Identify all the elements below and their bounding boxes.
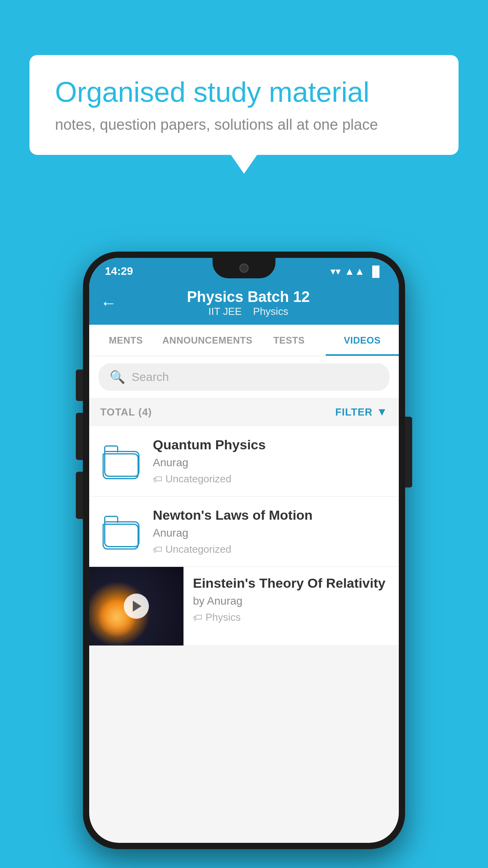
video-info-newton: Newton's Laws of Motion Anurag 🏷 Uncateg… — [153, 508, 388, 555]
filter-funnel-icon: ▼ — [376, 406, 388, 418]
toolbar-subtitle: IIT JEE Physics — [125, 305, 372, 318]
search-container: 🔍 Search — [89, 356, 399, 398]
phone-container: 14:29 ▾▾ ▲▲ ▐▌ ← Physics Batch 12 IIT JE… — [83, 252, 405, 849]
status-icons: ▾▾ ▲▲ ▐▌ — [330, 265, 383, 278]
video-info-einstein: Einstein's Theory Of Relativity by Anura… — [183, 567, 399, 632]
filter-button[interactable]: FILTER ▼ — [335, 406, 388, 418]
folder-thumbnail-quantum — [100, 440, 143, 483]
tag-label: Physics — [205, 611, 241, 623]
toolbar-tag1: IIT JEE — [208, 305, 242, 317]
volume-up-button — [76, 370, 83, 401]
toolbar-separator — [244, 305, 253, 317]
tag-icon: 🏷 — [153, 474, 162, 485]
list-item[interactable]: Newton's Laws of Motion Anurag 🏷 Uncateg… — [89, 497, 399, 567]
tag-label: Uncategorized — [165, 473, 231, 485]
tabs-bar: MENTS ANNOUNCEMENTS TESTS VIDEOS — [89, 325, 399, 356]
folder-front-icon — [103, 453, 139, 479]
toolbar-tag2: Physics — [253, 305, 288, 317]
toolbar: ← Physics Batch 12 IIT JEE Physics — [89, 281, 399, 325]
search-placeholder: Search — [132, 370, 378, 384]
list-item[interactable]: Quantum Physics Anurag 🏷 Uncategorized — [89, 426, 399, 497]
video-tag: 🏷 Physics — [193, 611, 389, 623]
bubble-subtitle: notes, question papers, solutions all at… — [55, 116, 433, 133]
tag-icon: 🏷 — [153, 544, 162, 555]
signal-icon: ▲▲ — [345, 265, 365, 278]
filter-row: TOTAL (4) FILTER ▼ — [89, 398, 399, 426]
video-tag: 🏷 Uncategorized — [153, 473, 388, 485]
volume-down-button — [76, 413, 83, 460]
video-title: Einstein's Theory Of Relativity — [193, 576, 389, 591]
wifi-icon: ▾▾ — [330, 265, 341, 278]
tag-icon: 🏷 — [193, 612, 202, 623]
notch — [213, 258, 275, 278]
tab-ments[interactable]: MENTS — [89, 325, 162, 356]
folder-thumbnail-newton — [100, 510, 143, 553]
camera — [239, 263, 249, 273]
list-item[interactable]: Einstein's Theory Of Relativity by Anura… — [89, 567, 399, 646]
search-bar[interactable]: 🔍 Search — [99, 363, 389, 391]
back-arrow-icon: ← — [100, 294, 117, 312]
video-title: Quantum Physics — [153, 437, 388, 452]
phone-screen: 14:29 ▾▾ ▲▲ ▐▌ ← Physics Batch 12 IIT JE… — [89, 258, 399, 843]
video-author: by Anurag — [193, 595, 389, 607]
video-author: Anurag — [153, 527, 388, 539]
video-author: Anurag — [153, 456, 388, 469]
battery-icon: ▐▌ — [369, 265, 383, 278]
video-tag: 🏷 Uncategorized — [153, 543, 388, 555]
search-icon: 🔍 — [110, 370, 125, 384]
video-info-quantum: Quantum Physics Anurag 🏷 Uncategorized — [153, 437, 388, 485]
play-button[interactable] — [124, 594, 149, 619]
folder-icon — [104, 516, 139, 547]
speech-bubble: Organised study material notes, question… — [29, 55, 459, 155]
play-icon — [133, 601, 141, 612]
tab-videos[interactable]: VIDEOS — [326, 325, 399, 356]
folder-icon — [104, 445, 139, 477]
power-button-right — [405, 417, 412, 487]
bubble-title: Organised study material — [55, 77, 433, 108]
phone-frame: 14:29 ▾▾ ▲▲ ▐▌ ← Physics Batch 12 IIT JE… — [83, 252, 405, 849]
folder-front-icon — [103, 524, 139, 550]
tab-announcements[interactable]: ANNOUNCEMENTS — [162, 325, 252, 356]
tag-label: Uncategorized — [165, 543, 231, 555]
video-list: Quantum Physics Anurag 🏷 Uncategorized — [89, 426, 399, 646]
filter-label: FILTER — [335, 406, 372, 418]
toolbar-title: Physics Batch 12 — [125, 289, 372, 305]
power-button-left — [76, 472, 83, 519]
status-time: 14:29 — [105, 265, 133, 278]
toolbar-title-area: Physics Batch 12 IIT JEE Physics — [125, 289, 372, 318]
video-title: Newton's Laws of Motion — [153, 508, 388, 523]
thumb-image-einstein — [89, 567, 183, 645]
total-count: TOTAL (4) — [100, 406, 152, 418]
back-button[interactable]: ← — [100, 294, 117, 313]
tab-tests[interactable]: TESTS — [252, 325, 325, 356]
